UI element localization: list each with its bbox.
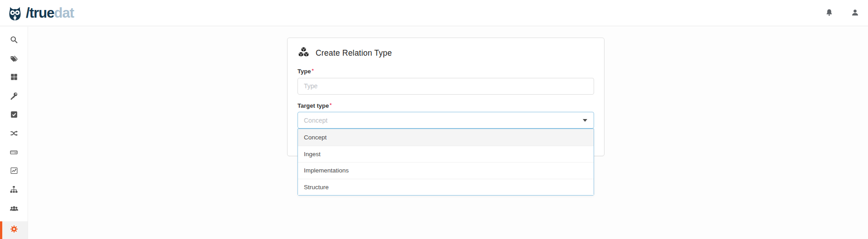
sidebar-item-sitemap[interactable] (0, 184, 28, 195)
caret-down-icon (583, 119, 587, 122)
create-relation-type-card: Create Relation Type Type* Target type* … (287, 38, 605, 156)
main-content: Create Relation Type Type* Target type* … (29, 27, 868, 239)
logo-brand-secondary: dat (54, 5, 74, 21)
dropdown-option-structure[interactable]: Structure (298, 179, 594, 196)
sidebar-item-chart-line[interactable] (0, 165, 28, 177)
sidebar-item-settings[interactable] (0, 221, 28, 239)
sidebar-item-tags[interactable] (0, 53, 28, 64)
owl-icon (6, 4, 24, 22)
target-type-dropdown-menu: Concept Ingest Implementations Structure (297, 129, 594, 196)
sidebar-item-search[interactable] (0, 34, 28, 45)
sidebar-item-users[interactable] (0, 203, 28, 214)
users-icon (10, 204, 19, 213)
sidebar-item-check-square[interactable] (0, 109, 28, 120)
required-marker: * (312, 68, 313, 73)
shuffle-icon (10, 129, 18, 138)
type-field-label: Type* (297, 68, 594, 75)
card-header: Create Relation Type (297, 46, 594, 60)
top-header: /truedat (0, 0, 868, 26)
logo-brand-primary: true (29, 5, 54, 21)
drawer-icon (10, 148, 18, 157)
truedat-logo[interactable]: /truedat (6, 4, 74, 22)
grid-icon (10, 73, 18, 81)
dropdown-option-implementations[interactable]: Implementations (298, 162, 594, 179)
notifications-button[interactable] (823, 6, 835, 20)
check-square-icon (10, 110, 18, 119)
bell-icon (825, 8, 834, 18)
page-title: Create Relation Type (316, 48, 392, 58)
key-icon (10, 91, 18, 100)
target-type-select[interactable]: Concept Concept Ingest Implementations S… (297, 112, 594, 129)
target-type-field-label: Target type* (297, 102, 594, 110)
cubes-icon (297, 46, 310, 60)
type-input[interactable] (297, 78, 594, 95)
account-button[interactable] (849, 6, 861, 20)
sidebar-item-grid[interactable] (0, 72, 28, 83)
target-type-placeholder: Concept (304, 117, 327, 124)
tags-icon (10, 54, 18, 63)
required-marker: * (330, 102, 332, 108)
sidebar (0, 27, 28, 239)
header-actions (823, 6, 861, 20)
logo-text: /truedat (26, 6, 74, 20)
sidebar-item-drawer[interactable] (0, 146, 28, 158)
sidebar-item-key[interactable] (0, 90, 28, 101)
dropdown-option-ingest[interactable]: Ingest (298, 146, 594, 163)
logo-slash: / (26, 5, 29, 21)
sidebar-item-shuffle[interactable] (0, 128, 28, 139)
gear-icon (10, 225, 19, 235)
chart-line-icon (10, 167, 18, 175)
dropdown-option-concept[interactable]: Concept (298, 129, 594, 146)
search-icon (10, 35, 18, 44)
sitemap-icon (10, 185, 18, 194)
user-icon (851, 8, 859, 18)
